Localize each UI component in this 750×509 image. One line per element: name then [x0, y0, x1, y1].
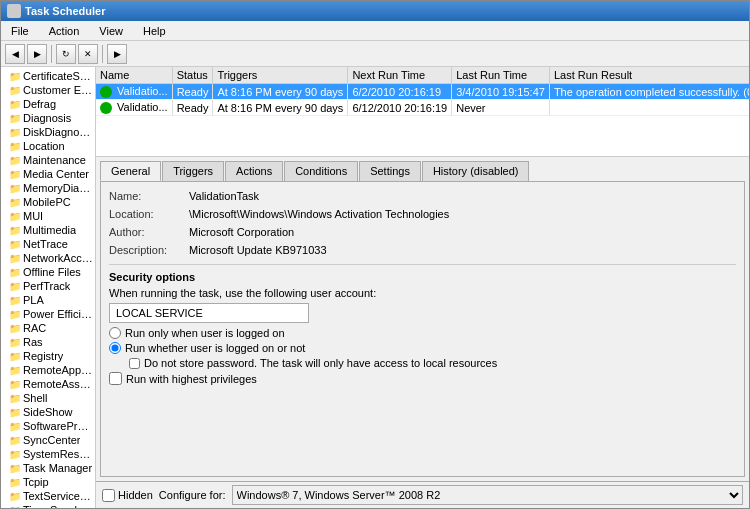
folder-icon: 📁: [9, 337, 21, 348]
sidebar-item-certificateservice[interactable]: 📁 CertificateService: [1, 69, 95, 83]
cell-nextrun: 6/12/2010 20:16:19: [348, 100, 452, 116]
sidebar-item-diskdiagnostic[interactable]: 📁 DiskDiagnostic: [1, 125, 95, 139]
menu-view[interactable]: View: [93, 24, 129, 38]
cell-lastrun: 3/4/2010 19:15:47: [452, 84, 550, 100]
menu-file[interactable]: File: [5, 24, 35, 38]
table-row[interactable]: Validatio... Ready At 8:16 PM every 90 d…: [96, 100, 749, 116]
sidebar-item-timesync[interactable]: 📁 Time Synchronize...: [1, 503, 95, 508]
folder-icon: 📁: [9, 365, 21, 376]
hidden-label: Hidden: [118, 489, 153, 501]
toolbar-back[interactable]: ◀: [5, 44, 25, 64]
sidebar-item-mobilepc[interactable]: 📁 MobilePC: [1, 195, 95, 209]
app-icon: [7, 4, 21, 18]
sidebar-item-diagnosis[interactable]: 📁 Diagnosis: [1, 111, 95, 125]
sidebar-item-remoteassistance[interactable]: 📁 RemoteAssistanc...: [1, 377, 95, 391]
tab-content-general: Name: ValidationTask Location: \Microsof…: [100, 181, 745, 477]
tab-triggers[interactable]: Triggers: [162, 161, 224, 181]
sidebar-item-customerexperience[interactable]: 📁 Customer Experie...: [1, 83, 95, 97]
info-row-name: Name: ValidationTask: [109, 190, 736, 202]
sidebar-item-maintenance[interactable]: 📁 Maintenance: [1, 153, 95, 167]
sidebar-item-mui[interactable]: 📁 MUI: [1, 209, 95, 223]
sidebar-item-systemrestore[interactable]: 📁 SystemRestore: [1, 447, 95, 461]
menu-bar: File Action View Help: [1, 21, 749, 41]
sidebar-label: RemoteAssistanc...: [23, 378, 93, 390]
sidebar-item-remoteapp[interactable]: 📁 RemoteApp and...: [1, 363, 95, 377]
title-bar: Task Scheduler: [1, 1, 749, 21]
checkbox-highestprivileges-input[interactable]: [109, 372, 122, 385]
toolbar-forward[interactable]: ▶: [27, 44, 47, 64]
sidebar-item-memorydiagnostics[interactable]: 📁 MemoryDiagnos...: [1, 181, 95, 195]
tab-general[interactable]: General: [100, 161, 161, 181]
folder-icon: 📁: [9, 449, 21, 460]
sidebar-label: SoftwareProtectio...: [23, 420, 93, 432]
hidden-checkbox[interactable]: [102, 489, 115, 502]
sidebar-label: MemoryDiagnos...: [23, 182, 93, 194]
sidebar-label: Multimedia: [23, 224, 76, 236]
sidebar-item-networkaccessprotection[interactable]: 📁 NetworkAccessP...: [1, 251, 95, 265]
cell-status: Ready: [172, 84, 213, 100]
folder-icon: 📁: [9, 323, 21, 334]
tab-actions[interactable]: Actions: [225, 161, 283, 181]
folder-icon: 📁: [9, 477, 21, 488]
sidebar-item-multimedia[interactable]: 📁 Multimedia: [1, 223, 95, 237]
sidebar-item-mediacenter[interactable]: 📁 Media Center: [1, 167, 95, 181]
col-triggers: Triggers: [213, 67, 348, 84]
configure-label: Configure for:: [159, 489, 226, 501]
sidebar-item-powerefficiency[interactable]: 📁 Power Efficiency: [1, 307, 95, 321]
sidebar-item-nettrace[interactable]: 📁 NetTrace: [1, 237, 95, 251]
sidebar-item-synccenter[interactable]: 📁 SyncCenter: [1, 433, 95, 447]
folder-icon: 📁: [9, 295, 21, 306]
tab-settings[interactable]: Settings: [359, 161, 421, 181]
menu-help[interactable]: Help: [137, 24, 172, 38]
radio-whether-loggedon[interactable]: [109, 342, 121, 354]
sidebar-item-defrag[interactable]: 📁 Defrag: [1, 97, 95, 111]
status-ok-icon: [100, 102, 112, 114]
sidebar-item-softwareprotection[interactable]: 📁 SoftwareProtectio...: [1, 419, 95, 433]
toolbar-refresh[interactable]: ↻: [56, 44, 76, 64]
sidebar-item-textservices[interactable]: 📁 TextServicesFram...: [1, 489, 95, 503]
sidebar-item-registry[interactable]: 📁 Registry: [1, 349, 95, 363]
col-name: Name: [96, 67, 172, 84]
folder-icon: 📁: [9, 253, 21, 264]
sidebar-item-ras[interactable]: 📁 Ras: [1, 335, 95, 349]
checkbox-highestprivileges-label: Run with highest privileges: [126, 373, 257, 385]
cell-triggers: At 8:16 PM every 90 days: [213, 100, 348, 116]
radio-loggedon-label: Run only when user is logged on: [125, 327, 285, 339]
sidebar-item-perftrack[interactable]: 📁 PerfTrack: [1, 279, 95, 293]
sidebar-item-shell[interactable]: 📁 Shell: [1, 391, 95, 405]
sidebar-label: Maintenance: [23, 154, 86, 166]
window-title: Task Scheduler: [25, 5, 106, 17]
sidebar-item-location[interactable]: 📁 Location: [1, 139, 95, 153]
sidebar-tree: 📁 CertificateService 📁 Customer Experie.…: [1, 67, 96, 508]
toolbar-stop[interactable]: ✕: [78, 44, 98, 64]
radio-option-loggedon: Run only when user is logged on: [109, 327, 736, 339]
tab-conditions[interactable]: Conditions: [284, 161, 358, 181]
sidebar-item-tcpip[interactable]: 📁 Tcpip: [1, 475, 95, 489]
toolbar-run[interactable]: ▶: [107, 44, 127, 64]
folder-icon: 📁: [9, 393, 21, 404]
radio-loggedon[interactable]: [109, 327, 121, 339]
sidebar-item-sideshow[interactable]: 📁 SideShow: [1, 405, 95, 419]
sidebar-label: Task Manager: [23, 462, 92, 474]
sidebar-label: Location: [23, 140, 65, 152]
task-table: Name Status Triggers Next Run Time Last …: [96, 67, 749, 116]
folder-icon: 📁: [9, 421, 21, 432]
configure-select[interactable]: Windows® 7, Windows Server™ 2008 R2 Wind…: [232, 485, 743, 505]
tab-history[interactable]: History (disabled): [422, 161, 530, 181]
tab-bar: General Triggers Actions Conditions Sett…: [100, 161, 745, 181]
sidebar-label: Shell: [23, 392, 47, 404]
right-pane: Name Status Triggers Next Run Time Last …: [96, 67, 749, 508]
folder-icon: 📁: [9, 211, 21, 222]
security-section: Security options When running the task, …: [109, 264, 736, 385]
menu-action[interactable]: Action: [43, 24, 86, 38]
sidebar-label: SideShow: [23, 406, 73, 418]
checkbox-nostorepassword-input[interactable]: [129, 358, 140, 369]
sidebar-item-pla[interactable]: 📁 PLA: [1, 293, 95, 307]
sidebar-item-taskmanager[interactable]: 📁 Task Manager: [1, 461, 95, 475]
cell-lastresult: [549, 100, 749, 116]
sidebar-item-offlinefiles[interactable]: 📁 Offline Files: [1, 265, 95, 279]
toolbar: ◀ ▶ ↻ ✕ ▶: [1, 41, 749, 67]
sidebar-item-rac[interactable]: 📁 RAC: [1, 321, 95, 335]
folder-icon: 📁: [9, 197, 21, 208]
table-row[interactable]: Validatio... Ready At 8:16 PM every 90 d…: [96, 84, 749, 100]
